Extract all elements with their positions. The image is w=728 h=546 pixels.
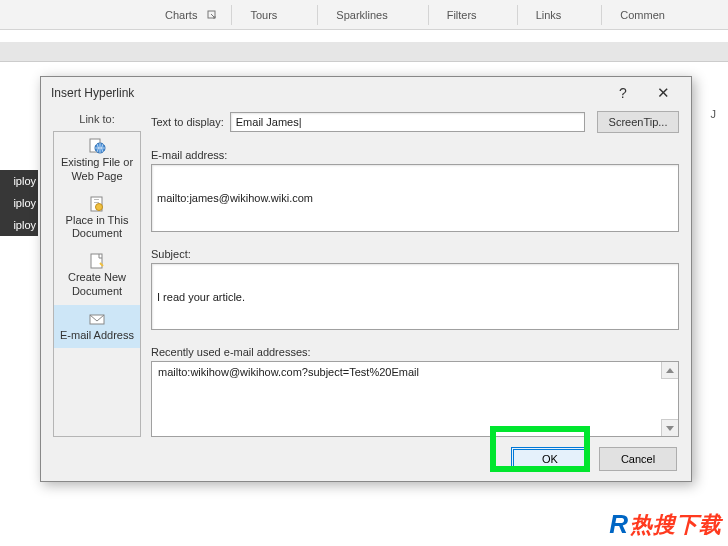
ribbon-separator <box>517 5 518 25</box>
new-doc-icon <box>88 253 106 269</box>
recent-addresses-list[interactable]: mailto:wikihow@wikihow.com?subject=Test%… <box>151 361 679 437</box>
selected-cell[interactable]: iploy <box>0 214 38 236</box>
ribbon-group-filters: Filters <box>447 9 477 21</box>
close-button[interactable]: ✕ <box>643 79 683 107</box>
svg-point-6 <box>96 203 103 210</box>
text-to-display-label: Text to display: <box>151 116 224 128</box>
scroll-down-button[interactable] <box>661 419 678 436</box>
nav-existing-file[interactable]: Existing File orWeb Page <box>54 132 140 190</box>
link-to-nav: Existing File orWeb Page Place in ThisDo… <box>53 131 141 437</box>
ribbon-group-tours: Tours <box>250 9 277 21</box>
ribbon-group-charts: Charts <box>165 9 197 21</box>
ribbon: Charts Tours Sparklines Filters Links Co… <box>0 0 728 30</box>
ribbon-separator <box>601 5 602 25</box>
globe-file-icon <box>88 138 106 154</box>
envelope-icon <box>88 311 106 327</box>
email-address-input[interactable]: mailto:james@wikihow.wiki.com <box>151 164 679 232</box>
nav-place-in-document[interactable]: Place in ThisDocument <box>54 190 140 248</box>
subject-input[interactable]: I read your article. <box>151 263 679 331</box>
ribbon-separator <box>428 5 429 25</box>
chevron-up-icon <box>666 368 674 373</box>
email-address-label: E-mail address: <box>151 149 679 161</box>
svg-rect-7 <box>91 254 102 268</box>
watermark: R 热搜下载 <box>609 509 722 540</box>
subject-label: Subject: <box>151 248 679 260</box>
ok-button[interactable]: OK <box>511 447 589 471</box>
ribbon-group-links: Links <box>536 9 562 21</box>
ribbon-group-sparklines: Sparklines <box>336 9 387 21</box>
dialog-launcher-icon[interactable] <box>207 10 217 20</box>
selected-cell[interactable]: iploy <box>0 192 38 214</box>
link-to-label: Link to: <box>53 113 141 125</box>
recent-label: Recently used e-mail addresses: <box>151 346 679 358</box>
chevron-down-icon <box>666 426 674 431</box>
bookmark-doc-icon <box>88 196 106 212</box>
screentip-button[interactable]: ScreenTip... <box>597 111 679 133</box>
text-to-display-input[interactable]: Email James <box>230 112 585 132</box>
nav-create-new[interactable]: Create NewDocument <box>54 247 140 305</box>
dialog-titlebar: Insert Hyperlink ? ✕ <box>41 77 691 109</box>
scroll-up-button[interactable] <box>661 362 678 379</box>
dialog-title: Insert Hyperlink <box>51 86 134 100</box>
svg-rect-5 <box>94 202 99 203</box>
recent-address-item[interactable]: mailto:wikihow@wikihow.com?subject=Test%… <box>158 366 419 378</box>
ribbon-separator <box>231 5 232 25</box>
help-button[interactable]: ? <box>603 79 643 107</box>
selected-cell[interactable]: iploy <box>0 170 38 192</box>
cancel-button[interactable]: Cancel <box>599 447 677 471</box>
insert-hyperlink-dialog: Insert Hyperlink ? ✕ Link to: Existing F… <box>40 76 692 482</box>
svg-rect-4 <box>94 199 99 200</box>
watermark-text: 热搜下载 <box>630 510 722 540</box>
column-letter-j: J <box>711 108 717 120</box>
dialog-footer: OK Cancel <box>41 437 691 481</box>
nav-email-address[interactable]: E-mail Address <box>54 305 140 349</box>
column-headers <box>0 42 728 62</box>
ribbon-separator <box>317 5 318 25</box>
watermark-logo: R <box>609 509 628 540</box>
ribbon-group-comments: Commen <box>620 9 665 21</box>
